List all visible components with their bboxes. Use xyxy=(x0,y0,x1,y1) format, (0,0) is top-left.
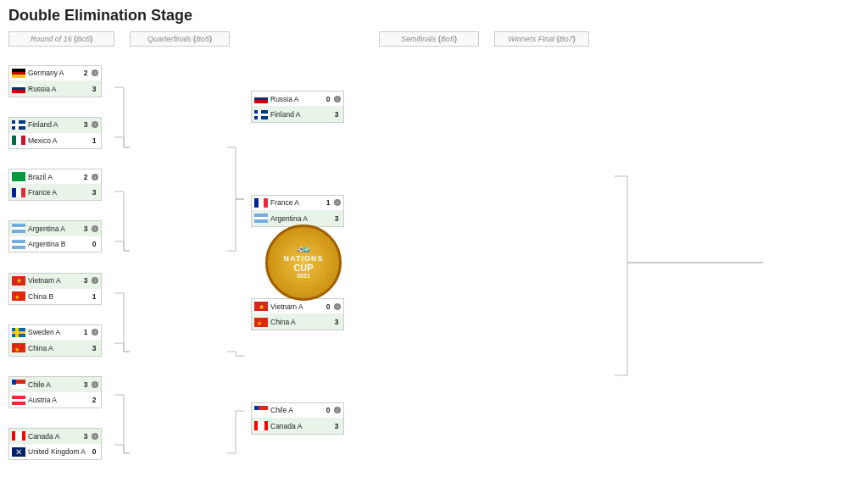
team-name: Russia A xyxy=(270,95,324,103)
score: 1 xyxy=(90,292,98,301)
score: 1 xyxy=(324,198,332,207)
info-icon[interactable]: i xyxy=(92,121,98,128)
flag-vn xyxy=(12,276,25,286)
logo-cup: CUP xyxy=(293,263,313,273)
team-row-winner: Russia A 3 xyxy=(9,81,101,97)
r16-match-3: Brazil A 2 i France A 3 xyxy=(8,169,102,201)
team-row: Chile A 0 i xyxy=(252,403,343,419)
team-name: France A xyxy=(270,198,324,207)
info-icon[interactable]: i xyxy=(334,96,341,103)
score: 0 xyxy=(324,302,332,311)
score: 3 xyxy=(332,318,341,326)
team-name: Canada A xyxy=(270,422,332,430)
team-row: Sweden A 1 i xyxy=(9,325,101,341)
team-name: Austria A xyxy=(28,396,90,404)
flag-cn xyxy=(254,318,268,327)
qf-match-1: Russia A 0 i Finland A 3 xyxy=(251,91,344,123)
score: 3 xyxy=(81,120,90,129)
team-name: Finland A xyxy=(270,110,332,119)
team-name: Russia A xyxy=(28,85,90,93)
info-icon[interactable]: i xyxy=(334,407,341,413)
flag-ru xyxy=(12,84,25,93)
team-row-winner: Finland A 3 xyxy=(252,107,343,122)
team-name: Argentina A xyxy=(28,225,81,233)
team-name: China B xyxy=(28,292,90,301)
flag-uk xyxy=(12,447,25,457)
info-icon[interactable]: i xyxy=(334,199,341,206)
headers-row: Round of 16 (Bo5) Quarterfinals (Bo5) Se… xyxy=(8,31,860,52)
team-row-winner: France A 3 xyxy=(9,185,101,200)
info-icon[interactable]: i xyxy=(92,381,98,388)
r16-match-1: Germany A 2 i Russia A 3 xyxy=(8,65,102,97)
bracket-connectors xyxy=(8,55,860,470)
team-name: China A xyxy=(270,318,332,326)
team-row: Austria A 2 xyxy=(9,392,101,408)
info-icon[interactable]: i xyxy=(92,174,98,180)
r16-match-6: Sweden A 1 i China A 3 xyxy=(8,324,102,357)
flag-ca xyxy=(12,431,25,441)
score: 3 xyxy=(81,225,90,233)
info-icon[interactable]: i xyxy=(334,303,341,310)
flag-ar xyxy=(254,214,268,223)
page-title: Double Elimination Stage xyxy=(8,7,860,25)
flag-de xyxy=(12,69,25,78)
score: 2 xyxy=(90,396,98,404)
flag-ar xyxy=(12,224,25,233)
flag-fr xyxy=(12,188,25,197)
team-name: Sweden A xyxy=(28,328,81,336)
team-name: Argentina B xyxy=(28,240,90,248)
team-row-winner: Argentina A 3 i xyxy=(9,221,101,236)
flag-br xyxy=(12,172,25,181)
logo-year: 2021 xyxy=(297,273,310,279)
score: 3 xyxy=(90,344,98,352)
team-row: Germany A 2 i xyxy=(9,66,101,81)
flag-mx xyxy=(12,136,25,145)
team-row: Russia A 0 i xyxy=(252,92,343,107)
flag-fi xyxy=(12,120,25,130)
flag-ru xyxy=(254,94,268,103)
score: 0 xyxy=(90,447,98,456)
bracket-wrapper: Round of 16 (Bo5) Quarterfinals (Bo5) Se… xyxy=(8,31,860,470)
flag-cl xyxy=(12,380,25,389)
flag-fi xyxy=(254,110,268,119)
info-icon[interactable]: i xyxy=(92,329,98,336)
flag-se xyxy=(12,328,25,337)
logo-nations: NATIONS xyxy=(284,254,324,263)
flag-cl xyxy=(254,406,268,415)
bracket-grid: Germany A 2 i Russia A 3 Finland A xyxy=(8,55,860,470)
sf-header: Semifinals (Bo5) xyxy=(379,31,479,47)
team-name: Vietnam A xyxy=(28,276,81,285)
r16-header: Round of 16 (Bo5) xyxy=(8,31,114,47)
team-row-winner: Canada A 3 i xyxy=(9,429,101,444)
score: 3 xyxy=(332,110,341,119)
team-row: Brazil A 2 i xyxy=(9,169,101,185)
team-name: Argentina A xyxy=(270,214,332,223)
team-name: Germany A xyxy=(28,69,81,77)
score: 3 xyxy=(90,85,98,93)
r16-match-8: Canada A 3 i United Kingdom A 0 xyxy=(8,428,102,460)
qf-header: Quarterfinals (Bo5) xyxy=(130,31,230,47)
team-name: Chile A xyxy=(270,406,324,414)
team-name: Vietnam A xyxy=(270,302,324,311)
info-icon[interactable]: i xyxy=(92,225,98,232)
page-wrapper: Double Elimination Stage Round of 16 (Bo… xyxy=(0,0,868,477)
center-logo-area: ⚽🌍 NATIONS CUP 2021 xyxy=(244,225,363,301)
qf-match-3: Vietnam A 0 i China A 3 xyxy=(251,298,344,330)
wf-header: Winners Final (Bo7) xyxy=(494,31,589,47)
score: 3 xyxy=(332,214,341,223)
flag-cn xyxy=(12,343,25,352)
score: 3 xyxy=(81,276,90,285)
info-icon[interactable]: i xyxy=(92,433,98,440)
flag-fr xyxy=(254,198,268,208)
r16-match-2: Finland A 3 i Mexico A 1 xyxy=(8,117,102,149)
flag-cn xyxy=(12,291,25,301)
info-icon[interactable]: i xyxy=(92,277,98,284)
score: 2 xyxy=(81,69,90,77)
team-row: France A 1 i xyxy=(252,196,343,211)
r16-match-4: Argentina A 3 i Argentina B 0 xyxy=(8,220,102,252)
team-row-winner: Chile A 3 i xyxy=(9,377,101,392)
r16-match-7: Chile A 3 i Austria A 2 xyxy=(8,376,102,408)
info-icon[interactable]: i xyxy=(92,69,98,76)
score: 2 xyxy=(81,173,90,181)
team-name: China A xyxy=(28,344,90,352)
